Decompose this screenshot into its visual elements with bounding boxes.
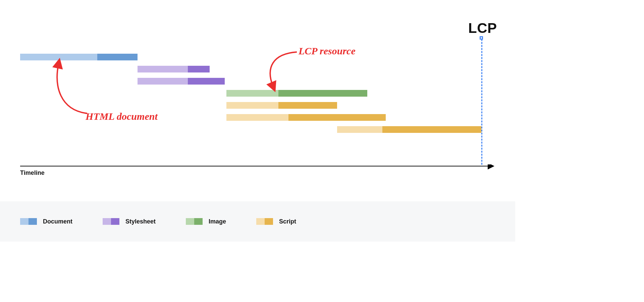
bar-phase-light (138, 66, 188, 72)
bar-script (337, 126, 481, 133)
bar-phase-light (20, 54, 97, 60)
legend-swatch-icon (103, 218, 119, 225)
timeline-axis-label: Timeline (20, 169, 45, 177)
bar-phase-light (226, 114, 288, 121)
bar-phase-light (138, 78, 188, 85)
legend-item-stylesheet: Stylesheet (103, 218, 156, 225)
bar-script (226, 102, 337, 109)
lcp-vertical-line (481, 39, 482, 165)
bar-stylesheet (138, 78, 225, 85)
lcp-heading: LCP (468, 20, 497, 36)
legend-item-document: Document (20, 218, 72, 225)
legend-swatch-icon (256, 218, 273, 225)
bar-phase-dark (278, 102, 337, 109)
bar-phase-dark (188, 66, 210, 72)
bar-phase-dark (382, 126, 481, 133)
bar-script (226, 114, 386, 121)
annotation-lcp-resource: LCP resource (299, 45, 356, 57)
legend-label: Document (43, 218, 72, 225)
waterfall-chart: LCP HTML document (20, 20, 495, 161)
legend-swatch-icon (20, 218, 37, 225)
legend-label: Script (279, 218, 296, 225)
timeline-axis-icon (20, 164, 495, 171)
bar-phase-dark (97, 54, 138, 60)
legend-item-script: Script (256, 218, 296, 225)
legend-swatch-icon (186, 218, 203, 225)
legend: Document Stylesheet Image Script (0, 201, 515, 242)
legend-item-image: Image (186, 218, 226, 225)
arrow-annotation-icon (44, 60, 97, 117)
legend-label: Stylesheet (125, 218, 156, 225)
bar-document (20, 54, 138, 60)
bar-stylesheet (138, 66, 210, 72)
legend-label: Image (209, 218, 226, 225)
annotation-html-document: HTML document (86, 111, 158, 122)
bar-phase-dark (288, 114, 386, 121)
bar-phase-dark (188, 78, 225, 85)
bar-phase-light (337, 126, 382, 133)
bar-phase-light (226, 102, 278, 109)
